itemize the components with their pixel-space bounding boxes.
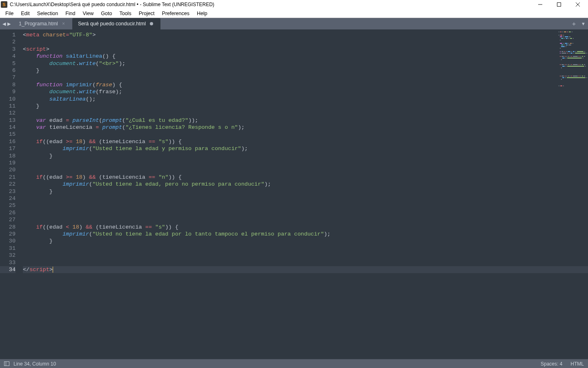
window-maximize-button[interactable] (550, 0, 568, 9)
panel-switch-icon[interactable] (4, 361, 9, 366)
line-gutter: 1234567891011121314151617181920212223242… (0, 29, 20, 359)
menu-goto[interactable]: Goto (97, 10, 116, 17)
tab-dropdown-icon[interactable]: ▼ (581, 21, 586, 26)
window-minimize-button[interactable] (531, 0, 550, 9)
tab[interactable]: Será qué puedo conducir.html (72, 18, 160, 29)
window-titlebar: S C:\Users\LaunchX\Desktop\Será qué pued… (0, 0, 588, 9)
menu-edit[interactable]: Edit (17, 10, 33, 17)
editor-area: 1234567891011121314151617181920212223242… (0, 29, 588, 359)
tab-label: Será qué puedo conducir.html (78, 21, 146, 27)
menu-project[interactable]: Project (135, 10, 158, 17)
menubar: FileEditSelectionFindViewGotoToolsProjec… (0, 9, 588, 18)
menu-tools[interactable]: Tools (116, 10, 135, 17)
statusbar: Line 34, Column 10 Spaces: 4 HTML (0, 359, 588, 368)
code-editor[interactable]: <meta charset="UTF-8"><script> function … (20, 29, 588, 359)
window-title: C:\Users\LaunchX\Desktop\Será qué puedo … (10, 2, 214, 7)
tab[interactable]: 1_Programa.html× (13, 18, 72, 29)
menu-view[interactable]: View (79, 10, 97, 17)
status-syntax[interactable]: HTML (570, 361, 584, 367)
app-logo-icon: S (1, 1, 7, 8)
new-tab-button[interactable]: ＋ (571, 20, 577, 28)
menu-file[interactable]: File (2, 10, 17, 17)
menu-preferences[interactable]: Preferences (158, 10, 193, 17)
tab-label: 1_Programa.html (19, 21, 58, 27)
status-indent[interactable]: Spaces: 4 (541, 361, 562, 367)
svg-rect-1 (557, 3, 561, 7)
nav-back-icon[interactable]: ◀ (2, 21, 6, 27)
window-close-button[interactable] (568, 0, 587, 9)
close-tab-icon[interactable]: × (62, 21, 65, 26)
nav-forward-icon[interactable]: ▶ (7, 21, 11, 27)
status-position: Line 34, Column 10 (13, 361, 56, 367)
unsaved-dot-icon (150, 22, 153, 25)
menu-selection[interactable]: Selection (33, 10, 62, 17)
tab-strip: ◀ ▶ 1_Programa.html×Será qué puedo condu… (0, 18, 588, 29)
menu-find[interactable]: Find (62, 10, 79, 17)
menu-help[interactable]: Help (193, 10, 211, 17)
